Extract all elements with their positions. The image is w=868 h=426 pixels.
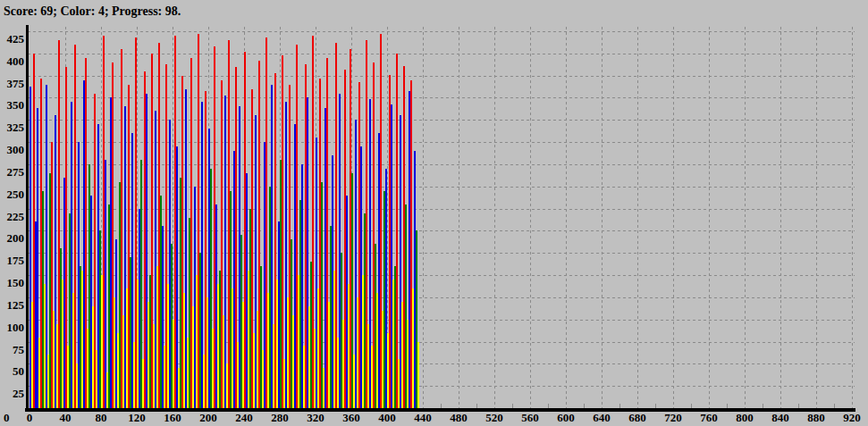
stem-red [151,54,153,408]
stem-blue [285,102,287,408]
stem-red [181,76,183,408]
stem-blue [378,133,380,408]
stem-yellow [382,311,383,408]
app-window: { "status": { "text": "Score: 69; Color:… [0,0,868,426]
stem-red [112,63,114,408]
stem-red [65,67,67,408]
stem-yellow [31,302,33,408]
stem-yellow [114,297,115,408]
stem-red [403,66,405,408]
stem-red [190,58,192,408]
stem-yellow [237,342,239,408]
y-tick-label: 150 [7,276,25,289]
stem-blue [115,239,117,408]
stem-blue [307,97,308,408]
y-tick-label: 425 [7,32,25,46]
stem-yellow [226,363,228,408]
stem-yellow [62,280,63,408]
stem-green [321,182,323,408]
stem-yellow [276,280,278,408]
stem-blue [78,142,80,408]
stem-yellow [248,271,249,408]
stem-yellow [308,306,310,408]
stem-green [88,164,90,408]
x-tick-label: 600 [557,411,575,424]
stem-yellow [417,342,419,408]
stem-yellow [76,363,78,408]
stem-red [312,36,314,408]
y-tick-label: 375 [7,77,25,90]
stem-yellow [242,302,244,408]
stem-red [289,85,291,408]
stem-green [249,209,251,408]
x-tick-label: 40 [60,411,72,424]
stem-blue [208,129,210,408]
stem-yellow [333,271,335,408]
stem-yellow [262,350,264,408]
stem-green [119,182,121,408]
stem-red [144,71,146,408]
stem-blue [369,99,371,408]
stem-red [165,64,167,408]
stem-yellow [253,333,255,408]
stem-red [389,75,391,408]
stem-red [344,70,346,408]
stem-yellow [303,346,305,408]
stem-blue [90,196,92,408]
stem-yellow [412,288,414,408]
stem-yellow [223,315,224,408]
stem-yellow [283,359,285,408]
stem-yellow [126,288,128,408]
stem-blue [224,96,226,408]
x-tick-label: 880 [807,411,825,424]
stem-yellow [298,275,299,408]
stem-yellow [376,293,378,408]
stem-blue [255,115,257,408]
stem-red [373,63,375,408]
stem-blue [215,205,217,408]
stem-red [174,36,176,408]
stem-red [244,52,246,408]
stem-blue [360,146,362,408]
stem-red [326,58,328,408]
stem-green [291,239,292,408]
stem-yellow [196,275,198,408]
stem-green [149,275,151,408]
stem-blue [176,146,178,408]
stem-yellow [137,280,139,408]
stem-red [94,94,96,408]
y-tick-label: 75 [13,343,25,356]
x-tick-label: 720 [664,411,682,424]
x-tick-label: 80 [96,411,107,424]
stem-red [366,40,367,408]
stem-yellow [206,297,208,408]
stem-red [51,142,53,408]
stem-green [60,248,62,408]
x-tick-label: 280 [271,411,289,424]
stem-red [296,45,298,408]
stem-yellow [164,346,165,408]
stem-green [189,218,190,408]
stem-green [330,226,332,408]
stem-blue [201,102,203,408]
x-tick-label: 240 [235,411,253,424]
x-tick-label: 0 [27,411,33,424]
stem-blue [97,124,99,408]
stem-yellow [133,342,135,408]
stem-blue [246,173,248,408]
stem-blue [185,89,187,408]
x-tick-label: 200 [199,411,217,424]
y-tick-label: 400 [7,54,25,68]
stem-red [396,54,398,408]
stem-yellow [257,311,258,408]
stem-red [221,80,223,408]
stem-yellow [267,293,269,408]
stem-yellow [81,271,83,408]
stem-red [198,34,199,408]
stem-yellow [122,315,124,408]
x-tick-label: 800 [736,411,754,424]
stem-blue [332,155,333,408]
stem-blue [155,111,156,408]
stem-red [205,91,206,408]
stem-yellow [92,306,94,408]
